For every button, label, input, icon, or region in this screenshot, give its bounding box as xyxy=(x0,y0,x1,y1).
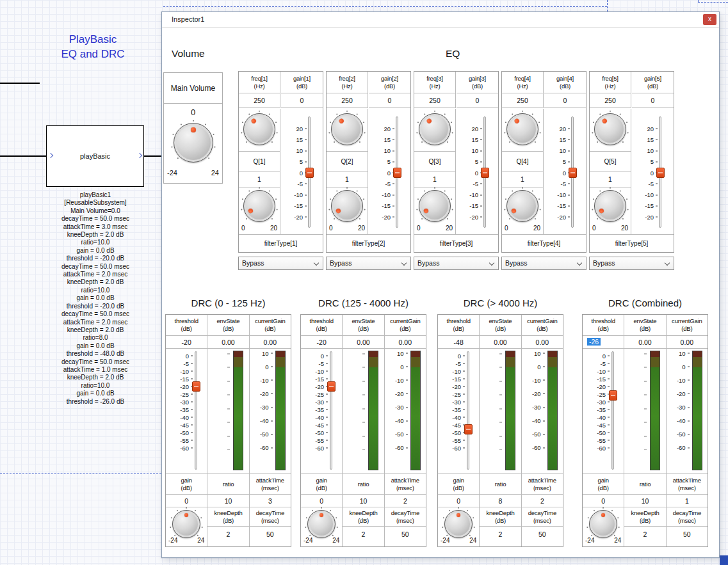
threshold-track[interactable] xyxy=(611,351,614,470)
gain-slider-scale: 20151050-5-10-15-20 xyxy=(369,125,394,220)
threshold-value[interactable]: -20 xyxy=(166,336,207,349)
playbasic-block[interactable]: playBasic xyxy=(46,125,144,187)
gain-knob-cell: -24 24 xyxy=(166,507,207,546)
gain-slider-handle[interactable] xyxy=(393,168,401,178)
q-knob[interactable] xyxy=(331,190,363,222)
freq-knob[interactable] xyxy=(506,113,538,145)
inspector-titlebar[interactable]: Inspector1 x xyxy=(162,12,719,28)
selection-dash-line xyxy=(698,2,728,3)
freq-value: 250 xyxy=(239,93,280,107)
gain-slider[interactable]: 20151050-5-10-15-20 xyxy=(281,109,323,234)
gain-value: 0 xyxy=(544,93,586,107)
gain-knob[interactable] xyxy=(589,510,617,538)
threshold-value[interactable]: -20 xyxy=(301,336,342,349)
threshold-handle[interactable] xyxy=(327,381,336,392)
q-knob[interactable] xyxy=(243,190,275,222)
filter-type-label: filterType[5] xyxy=(590,234,674,252)
freq-knob[interactable] xyxy=(243,113,275,145)
filter-type-dropdown[interactable]: Bypass xyxy=(589,257,674,270)
threshold-track[interactable] xyxy=(195,351,197,470)
freq-header: freq[1](Hz)250 xyxy=(239,72,280,108)
currentgain-column: currentGain(dB) 0.00 100-10-20-30-40-50-… xyxy=(521,315,563,546)
freq-knob[interactable] xyxy=(419,113,451,145)
currentgain-header: currentGain(dB) xyxy=(522,315,563,336)
gain-slider[interactable]: 20151050-5-10-15-20 xyxy=(369,109,410,234)
gain-header: gain[5](dB)0 xyxy=(632,72,674,108)
gain-knob[interactable] xyxy=(172,510,200,538)
knob-indicator xyxy=(248,208,254,214)
filter-type-dropdown[interactable]: Bypass xyxy=(238,257,323,270)
attacktime-value: 2 xyxy=(522,495,563,507)
main-volume-knob[interactable] xyxy=(174,123,213,163)
gain-slider[interactable]: 20151050-5-10-15-20 xyxy=(544,109,586,234)
knob-min-label: 0 xyxy=(329,225,333,232)
currentgain-column: currentGain(dB) 0.00 100-10-20-30-40-50-… xyxy=(384,315,426,546)
q-knob[interactable] xyxy=(594,190,626,222)
envstate-header: envState(dB) xyxy=(480,315,521,336)
threshold-slider[interactable]: 0-5-10-15-20-25-30-35-40-45-50-55-60 xyxy=(166,349,207,474)
threshold-track[interactable] xyxy=(330,351,332,470)
eq-channel-5: freq[5](Hz)250 gain[5](dB)0 Q[5] 1 020 2… xyxy=(589,71,674,272)
chevron-down-icon xyxy=(577,260,582,266)
q-knob[interactable] xyxy=(419,190,451,222)
gain-slider-handle[interactable] xyxy=(481,168,489,178)
gain-slider[interactable]: 20151050-5-10-15-20 xyxy=(632,109,674,234)
knob-max-label: 20 xyxy=(446,225,453,232)
inspector-title: Inspector1 xyxy=(172,15,204,23)
freq-knob[interactable] xyxy=(331,113,363,145)
gain-header: gain(dB) xyxy=(166,474,207,495)
close-button[interactable]: x xyxy=(703,14,716,25)
gain-knob[interactable] xyxy=(307,510,336,538)
threshold-handle[interactable] xyxy=(464,424,473,434)
envstate-value: 0.00 xyxy=(480,336,521,349)
q-knob-area: 020 xyxy=(327,187,368,233)
freq-knob-area xyxy=(239,109,280,151)
threshold-value-field[interactable]: -26 xyxy=(583,336,624,349)
eq-table: freq[3](Hz)250 gain[3](dB)0 Q[3] 1 020 2… xyxy=(414,71,499,253)
kneedepth-value: 2 xyxy=(624,527,665,544)
gain-knob[interactable] xyxy=(444,510,473,538)
q-knob[interactable] xyxy=(506,190,538,222)
q-label: Q[4] xyxy=(502,151,543,171)
knob-max-label: 24 xyxy=(614,537,621,544)
dropdown-value: Bypass xyxy=(505,259,527,267)
selected-text: -26 xyxy=(587,338,601,346)
filter-type-dropdown[interactable]: Bypass xyxy=(501,257,586,270)
q-knob-area: 020 xyxy=(239,187,280,233)
chevron-down-icon xyxy=(665,260,670,266)
threshold-value[interactable]: -48 xyxy=(438,336,479,349)
block-label: playBasic xyxy=(47,126,143,186)
gain-slider[interactable]: 20151050-5-10-15-20 xyxy=(457,109,498,234)
threshold-slider[interactable]: 0-5-10-15-20-25-30-35-40-45-50-55-60 xyxy=(583,349,624,474)
dropdown-value: Bypass xyxy=(242,259,264,267)
threshold-slider[interactable]: 0-5-10-15-20-25-30-35-40-45-50-55-60 xyxy=(301,349,342,474)
envstate-scale xyxy=(227,353,230,450)
eq-left-column: Q[1] 1 020 xyxy=(239,109,280,234)
gain-knob-cell: -24 24 xyxy=(583,507,624,546)
freq-knob[interactable] xyxy=(594,113,626,145)
knob-indicator xyxy=(336,208,342,214)
selection-dash-line xyxy=(163,6,607,7)
decaytime-cell: decayTime(msec) 50 xyxy=(250,507,291,546)
q-knob-area: 020 xyxy=(502,187,543,233)
threshold-handle[interactable] xyxy=(609,390,617,401)
gain-slider-handle[interactable] xyxy=(656,168,665,178)
filter-type-dropdown[interactable]: Bypass xyxy=(414,257,499,270)
diagram-title-line2: EQ and DRC xyxy=(29,47,157,61)
knob-max-label: 20 xyxy=(621,225,628,232)
freq-value: 250 xyxy=(414,93,455,107)
knob-indicator xyxy=(320,513,323,517)
threshold-handle[interactable] xyxy=(192,381,200,392)
gain-value: 0 xyxy=(632,93,674,107)
gain-slider-handle[interactable] xyxy=(305,168,314,178)
kneedepth-header: kneeDepth(dB) xyxy=(624,507,665,527)
kneedepth-value: 2 xyxy=(480,527,521,544)
currentgain-meter: 100-10-20-30-40-50-60 xyxy=(522,349,563,474)
eq-channel-4: freq[4](Hz)250 gain[4](dB)0 Q[4] 1 020 2… xyxy=(501,71,586,272)
filter-type-dropdown[interactable]: Bypass xyxy=(326,257,411,270)
threshold-track[interactable] xyxy=(467,351,469,470)
decaytime-cell: decayTime(msec) 50 xyxy=(522,507,563,546)
gain-slider-handle[interactable] xyxy=(569,168,577,178)
eq-table: freq[4](Hz)250 gain[4](dB)0 Q[4] 1 020 2… xyxy=(501,71,586,253)
threshold-slider[interactable]: 0-5-10-15-20-25-30-35-40-45-50-55-60 xyxy=(438,349,479,474)
